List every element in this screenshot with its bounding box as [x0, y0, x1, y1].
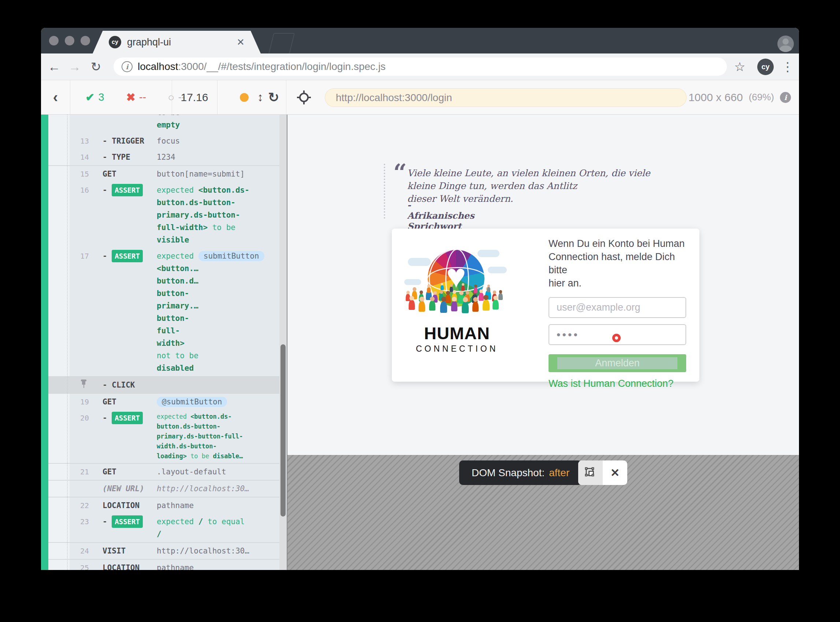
person-figure [440, 302, 447, 313]
login-form: Wenn Du ein Konto bei Human Connection h… [549, 237, 686, 389]
url-path: :3000/__/#/tests/integration/login/login… [178, 61, 386, 72]
traffic-lights [49, 36, 90, 46]
snapshot-highlight-button[interactable] [578, 460, 603, 485]
url-host: localhost [138, 61, 178, 72]
pin-icon [80, 379, 88, 388]
snapshot-controls: ✕ [578, 460, 627, 485]
aut-app: “ Viele kleine Leute, an vielen kleinen … [288, 115, 799, 455]
person-figure [493, 300, 499, 309]
log-row[interactable]: 22LOCATIONpathname [48, 497, 279, 514]
content: to be empty13- TRIGGERfocus14- TYPE12341… [41, 115, 799, 570]
person-figure [479, 293, 484, 301]
minimize-window-button[interactable] [65, 36, 75, 46]
check-icon: ✔ [85, 91, 94, 104]
bookmark-star-icon[interactable]: ☆ [734, 53, 745, 80]
email-field[interactable] [549, 297, 686, 318]
log-row[interactable]: 16- ASSERTexpected <button.ds- button.ds… [48, 182, 279, 248]
url-field[interactable]: i localhost:3000/__/#/tests/integration/… [114, 58, 727, 76]
log-row[interactable]: to be empty [48, 115, 279, 133]
close-icon: ✕ [610, 466, 619, 479]
reload-icon[interactable]: ↻ [88, 53, 104, 80]
x-icon: ✖ [126, 91, 135, 104]
maximize-window-button[interactable] [81, 36, 90, 46]
browser-tab[interactable]: cy graphql-ui ✕ [93, 31, 261, 53]
log-row[interactable]: 13- TRIGGERfocus [48, 133, 279, 149]
snapshot-close-button[interactable]: ✕ [603, 460, 627, 485]
assert-badge: ASSERT [112, 412, 143, 424]
back-icon[interactable]: ← [46, 53, 62, 80]
log-row[interactable]: 14- TYPE1234 [48, 149, 279, 165]
submit-button-label: Anmelden [557, 357, 677, 369]
log-row[interactable]: 23- ASSERTexpected / to equal / [48, 514, 279, 542]
log-row[interactable]: 20- ASSERTexpected <button.ds- button.ds… [48, 410, 279, 463]
browser-menu-icon[interactable]: ⋮ [781, 53, 794, 80]
cypress-extension-icon[interactable]: cy [757, 59, 774, 75]
what-is-hc-link[interactable]: Was ist Human Connection? [549, 378, 686, 389]
new-tab-button[interactable] [268, 33, 295, 54]
page-info-icon[interactable]: i [122, 61, 132, 72]
submit-button[interactable]: Anmelden [549, 354, 686, 372]
viewport-size: 1000 x 660 [688, 91, 743, 104]
close-window-button[interactable] [49, 36, 59, 46]
test-duration: 17.16 [172, 80, 217, 114]
screen: cy graphql-ui ✕ ← → ↻ i localhost:3000/_… [0, 0, 840, 622]
alias-pill[interactable]: @submitButton [157, 397, 227, 407]
alias-pill[interactable]: submitButton [198, 251, 264, 261]
quote-block: “ Viele kleine Leute, an vielen kleinen … [384, 164, 385, 219]
command-log: to be empty13- TRIGGERfocus14- TYPE12341… [48, 115, 279, 570]
command-log-clip: to be empty13- TRIGGERfocus14- TYPE12341… [48, 115, 279, 570]
brand-column: ♥ HUMAN CONNECTION [406, 245, 508, 354]
quote-attribution: - Afrikanisches Sprichwort [407, 200, 474, 232]
cypress-favicon: cy [109, 36, 121, 48]
person-figure [474, 287, 478, 293]
reporter: to be empty13- TRIGGERfocus14- TYPE12341… [41, 115, 288, 570]
profile-avatar[interactable] [778, 35, 794, 52]
person-figure [472, 302, 479, 312]
tab-close-icon[interactable]: ✕ [237, 37, 245, 48]
log-row[interactable]: 25LOCATIONpathname [48, 559, 279, 570]
assert-badge: ASSERT [112, 515, 143, 528]
click-event-marker [612, 334, 621, 342]
avatar-head [782, 38, 789, 45]
highlight-region-icon [584, 466, 597, 480]
log-row[interactable]: (NEW URL)http://localhost:30… [48, 480, 279, 497]
log-row[interactable]: 15GETbutton[name=submit] [48, 165, 279, 182]
brand-name-bottom: CONNECTION [406, 344, 508, 354]
tests-failed-count: ✖-- [116, 80, 156, 114]
viewport-zoom: (69%) [749, 91, 774, 103]
title-bar: cy graphql-ui ✕ [41, 28, 799, 53]
person-figure [418, 301, 425, 312]
person-figure [450, 287, 453, 292]
collapse-reporter-icon[interactable]: ‹ [41, 80, 70, 114]
log-row[interactable]: 21GET.layout-default [48, 463, 279, 480]
assert-badge: ASSERT [112, 184, 143, 196]
aut-pane: “ Viele kleine Leute, an vielen kleinen … [288, 115, 799, 570]
login-intro-text: Wenn Du ein Konto bei Human Connection h… [549, 237, 686, 290]
log-row[interactable]: 17- ASSERTexpected submitButton <button.… [48, 248, 279, 376]
reporter-scrollbar[interactable] [279, 115, 287, 570]
address-bar: ← → ↻ i localhost:3000/__/#/tests/integr… [41, 53, 799, 80]
auto-scroll-dot-icon[interactable] [240, 93, 249, 102]
snapshot-backdrop: DOM Snapshot: after [288, 455, 799, 570]
log-row[interactable]: 24VISIThttp://localhost:30… [48, 542, 279, 559]
brand-name-top: HUMAN [406, 323, 508, 343]
person-figure [487, 287, 490, 292]
dom-snapshot-tooltip: DOM Snapshot: after [459, 460, 582, 485]
forward-icon[interactable]: → [67, 53, 83, 80]
quote-mark-icon: “ [393, 161, 407, 184]
person-figure [462, 302, 469, 313]
log-row[interactable]: 19GET@submitButton [48, 394, 279, 410]
restart-tests-icon[interactable]: ↻ [261, 80, 286, 114]
runner-toolbar: ‹ ✔3 ✖-- ○-- 17.16 ↕ ↻ http://localhost:… [41, 80, 799, 115]
viewport-info-icon[interactable]: i [780, 92, 791, 103]
scrollbar-thumb[interactable] [280, 345, 286, 517]
aut-url-bar[interactable]: http://localhost:3000/login [325, 88, 686, 107]
person-figure [482, 300, 490, 311]
person-figure [451, 301, 457, 311]
selector-playground-icon[interactable] [291, 80, 317, 114]
snapshot-state: after [549, 467, 569, 479]
log-row[interactable]: - CLICK [48, 376, 279, 394]
browser-window: cy graphql-ui ✕ ← → ↻ i localhost:3000/_… [41, 28, 799, 570]
human-connection-logo: ♥ [406, 245, 508, 322]
person-figure [427, 287, 431, 293]
